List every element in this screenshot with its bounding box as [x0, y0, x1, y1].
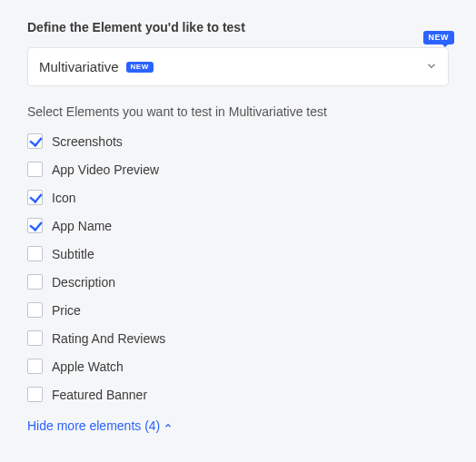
checkbox-row[interactable]: App Name — [27, 218, 449, 233]
checkbox-label: Screenshots — [52, 134, 123, 149]
checkbox-label: Icon — [52, 191, 75, 205]
checkbox-label: Rating And Reviews — [52, 331, 165, 346]
checkbox[interactable] — [27, 190, 43, 205]
checkbox-list: ScreenshotsApp Video PreviewIconApp Name… — [27, 133, 449, 402]
checkbox-label: Price — [52, 303, 81, 318]
select-wrapper: NEW Multivariative NEW — [27, 47, 449, 86]
checkbox[interactable] — [27, 162, 43, 177]
chevron-down-icon — [425, 59, 438, 74]
checkbox-row[interactable]: Subtitle — [27, 246, 449, 261]
checkbox-row[interactable]: Rating And Reviews — [27, 330, 449, 346]
new-badge: NEW — [126, 62, 154, 73]
checkbox-label: App Name — [52, 219, 112, 233]
checkbox-row[interactable]: Description — [27, 274, 449, 290]
checkbox[interactable] — [27, 387, 43, 402]
checkbox-row[interactable]: Icon — [27, 190, 449, 205]
toggle-link-label: Hide more elements (4) — [27, 418, 160, 433]
checkbox[interactable] — [27, 246, 43, 261]
checkbox-label: Description — [52, 275, 115, 290]
checkbox-label: Apple Watch — [52, 359, 124, 374]
chevron-up-icon — [164, 418, 173, 433]
new-badge-floating: NEW — [423, 31, 455, 44]
checkbox[interactable] — [27, 133, 43, 149]
checkbox-label: Subtitle — [52, 247, 94, 261]
checkbox[interactable] — [27, 330, 43, 346]
checkbox[interactable] — [27, 302, 43, 318]
checkbox-label: Featured Banner — [52, 388, 147, 402]
checkbox[interactable] — [27, 359, 43, 374]
checkbox-row[interactable]: Price — [27, 302, 449, 318]
select-value: Multivariative — [39, 59, 119, 74]
checkbox-row[interactable]: Featured Banner — [27, 387, 449, 402]
checkbox[interactable] — [27, 274, 43, 290]
checkbox-row[interactable]: Apple Watch — [27, 359, 449, 374]
checkbox-row[interactable]: Screenshots — [27, 133, 449, 149]
hide-more-elements-link[interactable]: Hide more elements (4) — [27, 418, 173, 433]
subheading: Select Elements you want to test in Mult… — [27, 104, 449, 119]
section-title: Define the Element you'd like to test — [27, 20, 449, 34]
element-select[interactable]: Multivariative NEW — [27, 47, 449, 86]
checkbox-label: App Video Preview — [52, 162, 159, 177]
checkbox[interactable] — [27, 218, 43, 233]
checkbox-row[interactable]: App Video Preview — [27, 162, 449, 177]
